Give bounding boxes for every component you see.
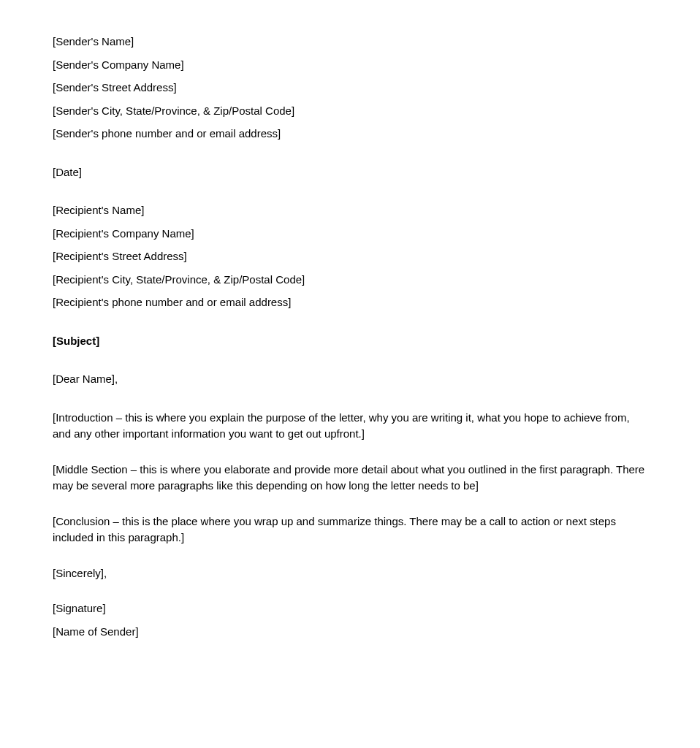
recipient-city-state-zip: [Recipient's City, State/Province, & Zip… (53, 272, 647, 289)
sender-contact: [Sender's phone number and or email addr… (53, 126, 647, 142)
sender-street: [Sender's Street Address] (53, 80, 647, 96)
signature-placeholder: [Signature] (53, 600, 647, 617)
salutation: [Dear Name], (53, 371, 647, 388)
sender-company: [Sender's Company Name] (53, 57, 647, 74)
closing-block: [Sincerely], (53, 565, 647, 582)
sender-city-state-zip: [Sender's City, State/Province, & Zip/Po… (53, 103, 647, 120)
body-middle: [Middle Section – this is where you elab… (53, 462, 647, 495)
subject-block: [Subject] (53, 333, 647, 350)
recipient-street: [Recipient's Street Address] (53, 248, 647, 265)
sender-address-block: [Sender's Name] [Sender's Company Name] … (53, 34, 647, 142)
salutation-block: [Dear Name], (53, 371, 647, 388)
closing: [Sincerely], (53, 565, 647, 582)
sender-name: [Sender's Name] (53, 34, 647, 50)
date-block: [Date] (53, 164, 647, 181)
signature-block: [Signature] [Name of Sender] (53, 600, 647, 640)
recipient-company: [Recipient's Company Name] (53, 226, 647, 243)
body-conclusion: [Conclusion – this is the place where yo… (53, 514, 647, 546)
recipient-address-block: [Recipient's Name] [Recipient's Company … (53, 202, 647, 311)
body-introduction: [Introduction – this is where you explai… (53, 410, 647, 443)
recipient-name: [Recipient's Name] (53, 202, 647, 219)
subject: [Subject] (53, 333, 647, 350)
signature-sender-name: [Name of Sender] (53, 624, 647, 641)
recipient-contact: [Recipient's phone number and or email a… (53, 294, 647, 311)
date: [Date] (53, 164, 647, 181)
